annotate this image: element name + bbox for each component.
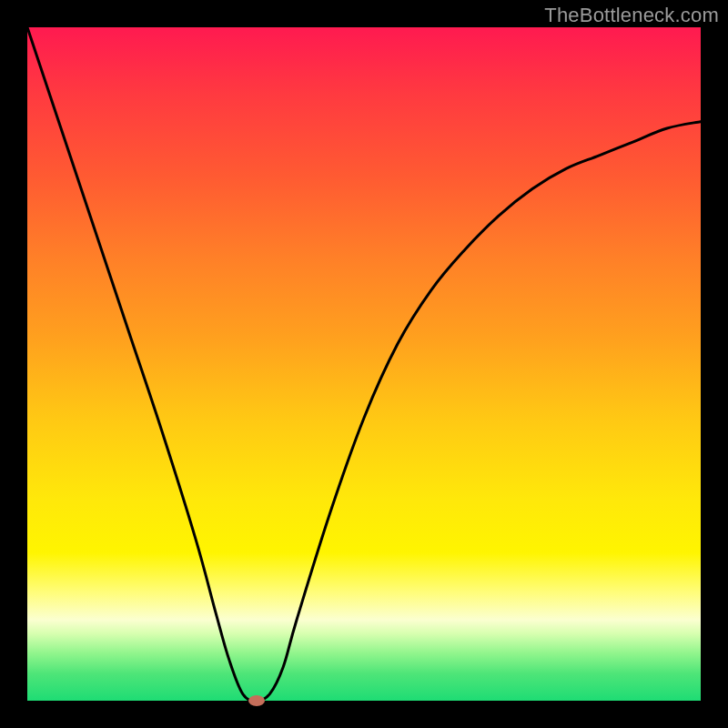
bottleneck-curve (27, 27, 701, 701)
plot-area (27, 27, 701, 701)
chart-frame: TheBottleneck.com (0, 0, 728, 728)
watermark-label: TheBottleneck.com (544, 4, 719, 27)
optimal-point-marker (248, 695, 265, 706)
